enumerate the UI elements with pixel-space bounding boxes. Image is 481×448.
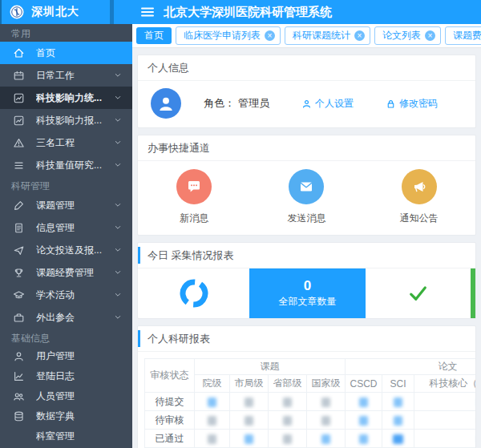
- blurred-value-cell[interactable]: [230, 430, 269, 448]
- hamburger-icon[interactable]: [139, 4, 156, 20]
- sidebar-item-label: 首页: [36, 46, 123, 60]
- sidebar-item-label: 论文投送及报...: [36, 244, 113, 257]
- report-table-wrap: 审核状态课题论文院级市局级省部级国家级CSCDSCI科技核心（统计源）期刊待提交…: [144, 358, 475, 448]
- sidebar-item-label: 登陆日志: [36, 369, 123, 383]
- tab-1[interactable]: 临床医学申请列表×: [176, 26, 281, 45]
- table-column-header: SCI: [382, 375, 414, 393]
- quick-action-chat[interactable]: 新消息: [138, 169, 250, 225]
- sidebar-item-users[interactable]: 人员管理: [0, 386, 132, 406]
- users-icon: [12, 390, 25, 403]
- tab-4[interactable]: 课题费用报表×: [445, 26, 481, 45]
- tab-2[interactable]: 科研课题统计×: [285, 26, 370, 45]
- sidebar: 常用首页日常工作科技影响力统...科技影响力报...三名工程科技量值研究...科…: [0, 24, 132, 448]
- blurred-value-cell[interactable]: [382, 411, 414, 430]
- tab-close-icon[interactable]: ×: [425, 30, 435, 41]
- sidebar-item-plane[interactable]: 论文投送及报...: [0, 239, 132, 261]
- sidebar-item-calendar[interactable]: 日常工作: [0, 64, 132, 87]
- blurred-value-cell[interactable]: [346, 430, 382, 448]
- blurred-value-cell[interactable]: [382, 393, 414, 411]
- role-label: 角色：: [204, 97, 235, 109]
- tab-label: 课题费用报表: [453, 29, 481, 42]
- sidebar-item-chart[interactable]: 科技影响力报...: [0, 109, 132, 131]
- row-status: 待提交: [145, 393, 195, 411]
- personal-info-title: 个人信息: [138, 55, 475, 81]
- row-status: 待审核: [145, 411, 195, 430]
- blurred-value-cell[interactable]: [307, 430, 346, 448]
- tab-close-icon[interactable]: ×: [265, 30, 275, 41]
- sidebar-item-none[interactable]: 科室管理: [0, 426, 132, 446]
- table-row: 待审核: [145, 411, 476, 430]
- research-report-title: 个人科研报表: [138, 326, 475, 352]
- blurred-value-cell: [195, 411, 230, 430]
- sidebar-item-alert[interactable]: 三名工程: [0, 131, 132, 154]
- sidebar-item-cap[interactable]: 学术活动: [0, 284, 132, 306]
- chevron-down-icon: [113, 313, 123, 322]
- blurred-value-cell[interactable]: [346, 393, 382, 411]
- sidebar-item-home[interactable]: 首页: [0, 42, 132, 64]
- tab-label: 科研课题统计: [293, 29, 350, 42]
- chevron-down-icon: [113, 160, 123, 170]
- main-content: 个人信息 角色：管理员 个人设置 修改密码 办事快捷通道: [132, 48, 481, 448]
- sidebar-item-chartline[interactable]: 登陆日志: [0, 366, 132, 386]
- alert-icon: [12, 136, 25, 149]
- sidebar-item-database[interactable]: 数据字典: [0, 406, 132, 426]
- none-icon: [12, 430, 25, 443]
- megaphone-icon: [402, 169, 437, 204]
- blurred-value-cell[interactable]: [195, 393, 230, 411]
- table-column-header: 国家级: [307, 375, 346, 393]
- research-report-card: 个人科研报表 审核状态课题论文院级市局级省部级国家级CSCDSCI科技核心（统计…: [137, 325, 476, 448]
- blurred-value-cell: [195, 430, 230, 448]
- table-column-header: CSCD: [346, 375, 382, 393]
- check-icon: [366, 268, 471, 318]
- sidebar-item-label: 科技影响力统...: [36, 91, 113, 105]
- sidebar-item-chart[interactable]: 科技影响力统...: [0, 87, 132, 109]
- list-icon: [12, 159, 25, 172]
- sidebar-item-list[interactable]: 科技量值研究...: [0, 154, 132, 176]
- sidebar-item-label: 用户管理: [36, 349, 123, 363]
- sidebar-item-label: 信息管理: [36, 221, 113, 235]
- articles-count-stat[interactable]: 0 全部文章数量: [249, 268, 366, 318]
- quick-action-megaphone[interactable]: 通知公告: [363, 169, 475, 225]
- logo-text: 深圳北大: [31, 5, 79, 19]
- chevron-down-icon: [113, 115, 123, 125]
- blurred-value-cell: [230, 393, 269, 411]
- sidebar-item-label: 科室管理: [36, 430, 123, 443]
- tab-0[interactable]: 首页: [136, 27, 172, 44]
- sidebar-item-label: 科技量值研究...: [36, 159, 113, 172]
- user-icon: [12, 350, 25, 363]
- chevron-down-icon: [113, 71, 123, 80]
- sidebar-item-trophy[interactable]: 课题经费管理: [0, 261, 132, 284]
- sidebar-section-label: 科研管理: [0, 178, 132, 194]
- sidebar-section-label: 常用: [0, 26, 132, 42]
- table-row: 已通过: [145, 430, 476, 448]
- change-password-label: 修改密码: [399, 97, 438, 111]
- tab-3[interactable]: 论文列表×: [374, 26, 441, 45]
- sidebar-item-label: 学术活动: [36, 289, 113, 302]
- blurred-value-cell[interactable]: [414, 393, 476, 411]
- role-text: 角色：管理员: [204, 96, 269, 111]
- today-report-card: 今日 采集情况报表 0 全部文章数量: [137, 242, 476, 319]
- change-password-link[interactable]: 修改密码: [386, 97, 438, 111]
- sidebar-item-label: 人员管理: [36, 389, 123, 403]
- top-header: 深圳北大 北京大学深圳医院科研管理系统: [0, 0, 481, 24]
- sidebar-item-label: 课题管理: [36, 199, 113, 212]
- blurred-value-cell: [269, 393, 307, 411]
- tab-label: 临床医学申请列表: [184, 29, 261, 42]
- database-icon: [12, 410, 25, 423]
- blurred-value-cell[interactable]: [414, 430, 476, 448]
- personal-settings-link[interactable]: 个人设置: [301, 97, 354, 111]
- sidebar-item-edit[interactable]: 课题管理: [0, 194, 132, 216]
- blurred-value-cell: [230, 411, 269, 430]
- sidebar-item-briefcase[interactable]: 外出参会: [0, 306, 132, 329]
- sidebar-item-file[interactable]: 信息管理: [0, 216, 132, 239]
- chevron-down-icon: [113, 290, 123, 300]
- cap-icon: [12, 289, 25, 301]
- hospital-logo-icon: [9, 4, 25, 20]
- quick-action-mail[interactable]: 发送消息: [250, 169, 362, 225]
- blurred-value-cell[interactable]: [346, 411, 382, 430]
- blurred-value-cell[interactable]: [382, 430, 414, 448]
- sidebar-item-user[interactable]: 用户管理: [0, 346, 132, 366]
- page-title: 北京大学深圳医院科研管理系统: [164, 0, 332, 24]
- tab-close-icon[interactable]: ×: [354, 30, 365, 41]
- table-corner-header: 审核状态: [145, 359, 195, 393]
